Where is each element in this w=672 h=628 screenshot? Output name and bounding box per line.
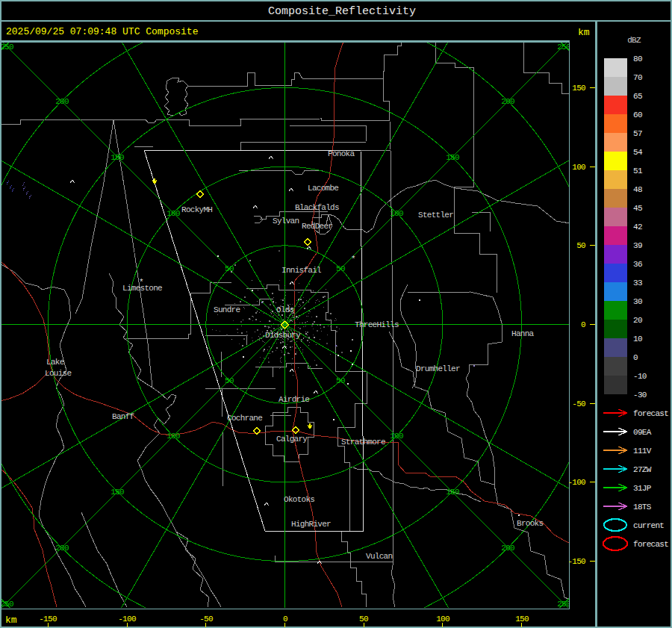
svg-text:100: 100: [167, 209, 180, 218]
svg-text:Cochrane: Cochrane: [227, 414, 262, 423]
svg-text:Sylvan: Sylvan: [273, 217, 299, 226]
svg-text:Innisfail: Innisfail: [281, 266, 321, 275]
svg-text:250: 250: [557, 600, 570, 609]
svg-text:20: 20: [633, 316, 642, 325]
svg-text:250: 250: [0, 43, 13, 52]
svg-text:Airdrie: Airdrie: [279, 395, 309, 404]
svg-text:Ponoka: Ponoka: [328, 149, 355, 158]
svg-text:50: 50: [336, 264, 345, 273]
svg-text:50: 50: [225, 376, 234, 385]
svg-text:dBZ: dBZ: [627, 36, 641, 45]
svg-text:HighRiver: HighRiver: [291, 520, 331, 529]
svg-text:-150: -150: [39, 615, 57, 624]
svg-text:111V: 111V: [633, 447, 652, 456]
svg-text:50: 50: [336, 376, 345, 385]
svg-text:RedDeer: RedDeer: [302, 222, 332, 231]
svg-text:200: 200: [55, 97, 69, 106]
svg-text:Sundre: Sundre: [214, 305, 240, 314]
svg-text:36: 36: [633, 260, 642, 269]
svg-text:100: 100: [390, 432, 403, 441]
svg-text:km: km: [578, 27, 590, 38]
svg-text:10: 10: [633, 335, 642, 343]
svg-text:Olds: Olds: [276, 305, 294, 314]
svg-text:57: 57: [633, 129, 642, 138]
svg-text:09EA: 09EA: [633, 428, 652, 437]
svg-text:2025/09/25 07:09:48 UTC Compos: 2025/09/25 07:09:48 UTC Composite: [6, 26, 198, 37]
svg-text:65: 65: [633, 92, 642, 101]
svg-text:Banff: Banff: [112, 412, 134, 421]
svg-text:Composite_Reflectivity: Composite_Reflectivity: [268, 5, 416, 18]
svg-text:100: 100: [572, 163, 585, 172]
svg-text:100: 100: [390, 209, 403, 218]
svg-text:Brooks: Brooks: [517, 519, 543, 528]
svg-text:-100: -100: [118, 615, 136, 624]
svg-text:60: 60: [633, 111, 642, 119]
svg-text:33: 33: [633, 279, 642, 287]
svg-text:Okotoks: Okotoks: [284, 495, 314, 504]
svg-text:Vulcan: Vulcan: [366, 552, 392, 561]
svg-text:27ZW: 27ZW: [633, 465, 652, 474]
svg-text:50: 50: [359, 615, 368, 624]
svg-text:forecast: forecast: [633, 409, 668, 418]
svg-text:150: 150: [111, 153, 124, 162]
svg-text:31JP: 31JP: [633, 484, 652, 493]
svg-text:18TS: 18TS: [633, 503, 652, 512]
svg-text:current: current: [633, 521, 664, 530]
svg-text:150: 150: [515, 615, 529, 624]
svg-text:Lake: Lake: [46, 358, 64, 367]
svg-text:54: 54: [633, 148, 643, 157]
svg-text:150: 150: [446, 153, 459, 162]
svg-text:-10: -10: [633, 372, 647, 381]
svg-text:Limestone: Limestone: [122, 284, 162, 293]
svg-text:-30: -30: [633, 391, 647, 400]
svg-text:0: 0: [283, 615, 287, 624]
svg-text:-50: -50: [199, 615, 213, 624]
svg-text:250: 250: [557, 43, 570, 52]
svg-text:200: 200: [501, 97, 514, 106]
svg-text:-50: -50: [572, 400, 585, 408]
svg-text:Louise: Louise: [45, 369, 71, 378]
svg-text:*: *: [351, 255, 355, 264]
svg-text:150: 150: [111, 488, 124, 497]
svg-text:-100: -100: [567, 478, 585, 487]
svg-text:Calgary: Calgary: [276, 435, 308, 444]
svg-text:250: 250: [0, 600, 13, 609]
svg-text:45: 45: [633, 204, 642, 213]
svg-text:80: 80: [633, 55, 642, 63]
svg-text:30: 30: [633, 297, 642, 306]
svg-text:ThreeHills: ThreeHills: [355, 320, 399, 329]
svg-text:-150: -150: [567, 557, 585, 566]
svg-text:51: 51: [633, 167, 643, 175]
svg-text:50: 50: [225, 264, 234, 273]
svg-text:100: 100: [436, 615, 449, 624]
svg-text:0: 0: [633, 353, 638, 362]
svg-text:100: 100: [167, 432, 180, 441]
svg-text:Blackfalds: Blackfalds: [295, 203, 339, 212]
svg-text:forecast: forecast: [633, 540, 668, 549]
svg-text:Lacombe: Lacombe: [308, 184, 338, 193]
svg-text:200: 200: [501, 544, 514, 553]
svg-text:Hanna: Hanna: [511, 329, 535, 338]
svg-text:Strathmore: Strathmore: [341, 438, 385, 447]
svg-text:39: 39: [633, 241, 642, 250]
svg-text:0: 0: [581, 320, 585, 329]
svg-text:Stettler: Stettler: [418, 211, 453, 220]
svg-text:Didsbury: Didsbury: [265, 331, 301, 340]
svg-text:200: 200: [55, 544, 69, 553]
svg-text:48: 48: [633, 185, 642, 194]
svg-text:150: 150: [572, 84, 585, 93]
svg-text:150: 150: [446, 488, 459, 497]
svg-text:Drumheller: Drumheller: [416, 364, 460, 373]
svg-text:RockyMH: RockyMH: [181, 205, 212, 214]
svg-text:km: km: [5, 615, 17, 626]
svg-text:70: 70: [633, 73, 642, 82]
svg-text:50: 50: [576, 241, 585, 250]
svg-text:42: 42: [633, 223, 642, 231]
